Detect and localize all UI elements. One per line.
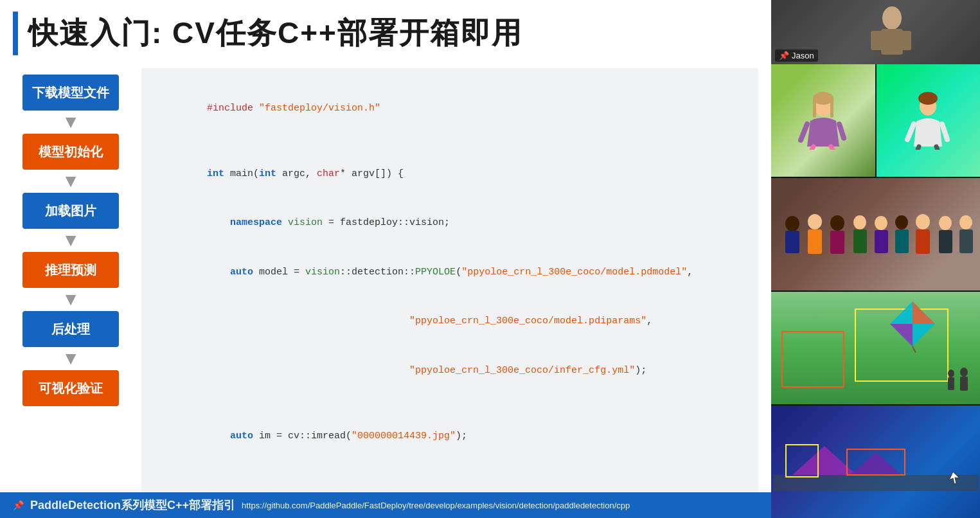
svg-marker-46 [850,452,902,475]
step-download[interactable]: 下载模型文件 [22,75,119,111]
svg-rect-19 [785,231,799,253]
bottom-bar: 📌 PaddleDetection系列模型C++部署指引 https://git… [0,492,771,518]
svg-point-30 [916,214,930,229]
svg-rect-11 [830,98,833,118]
right-panel: 📌 Jason [771,0,980,518]
svg-line-5 [801,124,807,140]
presenter-pin-icon: 📌 [779,51,789,60]
svg-rect-25 [853,229,867,253]
dark-scene-svg [773,433,979,491]
presenter-name: Jason [792,51,814,60]
svg-line-14 [942,124,947,139]
svg-point-17 [918,92,938,105]
bottom-link: https://github.com/PaddlePaddle/FastDepl… [242,501,630,510]
code-main-sig: int main(int argc, char* argv[]) { [161,149,739,199]
svg-point-34 [959,215,972,229]
code-panel: #include "fastdeploy/vision.h" int main(… [141,68,758,518]
svg-rect-3 [898,31,911,50]
svg-marker-38 [890,324,913,346]
arrow-4: ▼ [62,290,80,308]
page-title: 快速入门: CV任务C++部署开箱即用 [28,13,522,53]
svg-rect-29 [895,229,909,253]
main-presentation: 快速入门: CV任务C++部署开箱即用 下载模型文件 ▼ 模型初始化 ▼ 加载图… [0,0,771,518]
svg-rect-23 [830,231,844,254]
arrow-2: ▼ [62,172,80,190]
kite-svg [884,298,941,353]
step-model-init[interactable]: 模型初始化 [22,134,119,170]
code-include: #include "fastdeploy/vision.h" [161,84,739,133]
svg-rect-35 [959,229,973,253]
thumb-dark-scene[interactable] [771,406,980,518]
person-svg-2 [902,92,954,150]
svg-line-7 [812,147,814,150]
person-small-svg [941,366,974,398]
step-inference[interactable]: 推理预测 [22,252,119,288]
thumbnails-grid [771,64,980,518]
svg-point-26 [875,216,887,230]
arrow-1: ▼ [62,113,80,131]
svg-rect-10 [813,98,816,118]
step-postprocess[interactable]: 后处理 [22,311,119,347]
arrow-5: ▼ [62,350,80,368]
svg-point-40 [960,368,968,377]
svg-point-0 [882,6,902,30]
content-area: 下载模型文件 ▼ 模型初始化 ▼ 加载图片 ▼ 推理预测 ▼ 后处理 ▼ 可视化… [0,62,771,518]
step-visualize[interactable]: 可视化验证 [22,370,119,406]
code-line4: "ppyoloe_crn_l_300e_coco/infer_cfg.yml")… [161,346,739,395]
svg-rect-43 [948,377,954,390]
group-svg [773,206,979,263]
code-line2: auto model = vision::detection::PPYOLOE(… [161,247,739,297]
bottom-logo: PaddleDetection系列模型C++部署指引 [30,497,235,513]
thumb-girl-2[interactable] [877,64,981,177]
detection-box-2 [781,331,844,388]
svg-point-42 [948,370,954,377]
svg-point-22 [830,215,844,231]
thumb-group-left[interactable] [771,178,980,290]
svg-point-28 [895,215,908,229]
code-line5: auto im = cv::imread("000000014439.jpg")… [161,411,739,461]
presenter-label: 📌 Jason [775,49,818,62]
title-accent [13,12,18,55]
svg-rect-41 [960,377,968,391]
svg-point-18 [785,216,799,231]
svg-line-8 [831,147,833,150]
svg-marker-37 [913,301,935,324]
svg-line-6 [839,124,844,138]
thumb-girl-1[interactable] [771,64,875,177]
svg-rect-27 [875,230,888,253]
svg-line-16 [936,147,938,150]
steps-panel: 下载模型文件 ▼ 模型初始化 ▼ 加载图片 ▼ 推理预测 ▼ 后处理 ▼ 可视化… [13,68,129,518]
pin-icon: 📌 [13,500,24,510]
svg-point-20 [808,214,822,229]
presenter-silhouette [837,2,914,63]
code-line1: namespace vision = fastdeploy::vision; [161,199,739,248]
step-load-image[interactable]: 加载图片 [22,193,119,229]
person-svg-1 [797,92,849,150]
svg-rect-33 [939,230,952,253]
svg-point-24 [853,215,866,229]
svg-line-39 [913,346,916,353]
code-line3: "ppyoloe_crn_l_300e_coco/model.pdiparams… [161,297,739,346]
svg-rect-21 [808,229,822,254]
arrow-3: ▼ [62,231,80,249]
svg-line-15 [918,147,919,150]
svg-rect-31 [916,229,930,254]
svg-line-13 [907,124,914,139]
presenter-cam: 📌 Jason [771,0,980,64]
svg-rect-2 [871,31,884,50]
thumb-kite-detection[interactable] [771,292,980,404]
svg-point-32 [939,216,952,230]
title-bar: 快速入门: CV任务C++部署开箱即用 [0,0,771,62]
